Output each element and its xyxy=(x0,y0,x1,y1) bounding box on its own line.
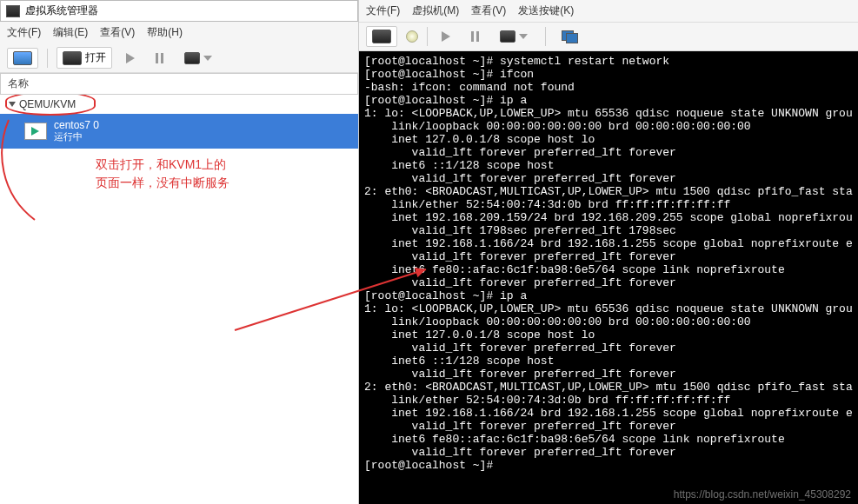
menu-view[interactable]: 查看(V) xyxy=(100,25,135,40)
column-header-name[interactable]: 名称 xyxy=(0,73,358,95)
monitor-icon xyxy=(63,51,82,65)
watermark: https://blog.csdn.net/weixin_45308292 xyxy=(674,488,851,501)
titlebar: 虚拟系统管理器 xyxy=(0,0,358,22)
menu-vm[interactable]: 虚拟机(M) xyxy=(412,3,459,18)
console-button[interactable] xyxy=(366,26,397,47)
menu-help[interactable]: 帮助(H) xyxy=(147,25,183,40)
menu-file[interactable]: 文件(F) xyxy=(366,3,400,18)
separator xyxy=(427,27,428,46)
open-label: 打开 xyxy=(85,50,106,65)
vm-manager-window: 虚拟系统管理器 文件(F) 编辑(E) 查看(V) 帮助(H) 打开 名称 xyxy=(0,0,359,504)
monitor-icon xyxy=(13,51,32,65)
shutdown-button[interactable] xyxy=(184,52,212,64)
monitor-icon xyxy=(184,52,200,64)
monitor-icon xyxy=(500,30,515,43)
annotation-curve xyxy=(0,116,52,229)
annotation-circle xyxy=(5,95,96,116)
shutdown-button[interactable] xyxy=(500,30,528,43)
vm-tree: QEMU/KVM centos7 0 运行中 双击打开，和KVM1上的 页面一样… xyxy=(0,95,358,504)
annotation-text: 双击打开，和KVM1上的 页面一样，没有中断服务 xyxy=(96,156,229,192)
vm-name: centos7 0 xyxy=(54,119,99,131)
pause-icon[interactable] xyxy=(156,53,163,63)
fullscreen-icon[interactable] xyxy=(562,30,577,43)
chevron-down-icon xyxy=(203,56,212,61)
menubar-left: 文件(F) 编辑(E) 查看(V) 帮助(H) xyxy=(0,22,358,43)
separator xyxy=(47,49,48,68)
vm-row-centos[interactable]: centos7 0 运行中 xyxy=(0,114,358,149)
menubar-right: 文件(F) 虚拟机(M) 查看(V) 发送按键(K) xyxy=(359,0,858,23)
terminal-output[interactable]: [root@localhost ~]# systemctl restart ne… xyxy=(359,51,858,504)
new-vm-button[interactable] xyxy=(7,48,38,69)
pause-icon[interactable] xyxy=(471,31,479,42)
play-icon[interactable] xyxy=(126,53,135,63)
separator xyxy=(545,27,546,46)
open-button[interactable]: 打开 xyxy=(57,47,112,69)
toolbar-left: 打开 xyxy=(0,43,358,73)
app-icon xyxy=(6,5,20,17)
play-icon[interactable] xyxy=(442,31,450,42)
menu-file[interactable]: 文件(F) xyxy=(7,25,41,40)
vm-status: 运行中 xyxy=(54,131,99,143)
menu-edit[interactable]: 编辑(E) xyxy=(53,25,88,40)
bulb-icon[interactable] xyxy=(406,30,418,43)
menu-view[interactable]: 查看(V) xyxy=(471,3,506,18)
window-title: 虚拟系统管理器 xyxy=(25,3,98,18)
toolbar-right xyxy=(359,23,858,51)
vm-console-window: 文件(F) 虚拟机(M) 查看(V) 发送按键(K) [root@localho… xyxy=(359,0,858,504)
menu-sendkey[interactable]: 发送按键(K) xyxy=(518,3,574,18)
monitor-icon xyxy=(372,30,391,43)
chevron-down-icon xyxy=(519,34,528,39)
